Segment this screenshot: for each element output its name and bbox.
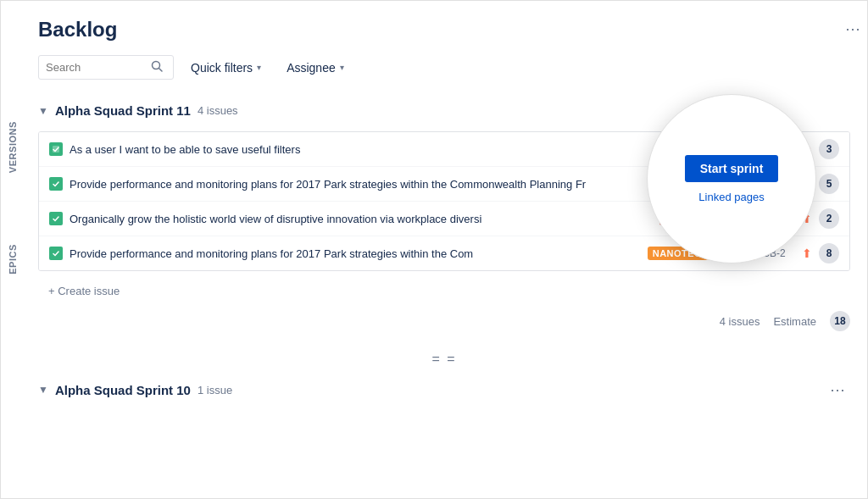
- sprint1-footer-count: 4 issues: [720, 315, 760, 328]
- assignee-chevron: ▾: [340, 63, 344, 72]
- sprint1-toggle[interactable]: ▼: [38, 105, 48, 117]
- estimate-label: Estimate: [773, 315, 816, 328]
- issue-title: Organically grow the holistic world view…: [70, 213, 653, 225]
- left-sidebar: VERSIONS EPICS: [1, 1, 25, 498]
- sprint1-title: Alpha Squad Sprint 11: [55, 103, 191, 118]
- toolbar: Quick filters ▾ Assignee ▾: [38, 55, 850, 80]
- search-icon: [151, 60, 163, 75]
- quick-filters-label: Quick filters: [191, 61, 253, 75]
- story-points: 5: [819, 174, 839, 194]
- story-points: 8: [819, 243, 839, 263]
- sidebar-versions-label[interactable]: VERSIONS: [3, 111, 23, 183]
- sidebar-epics-label[interactable]: EPICS: [3, 234, 23, 285]
- create-issue-row[interactable]: + Create issue: [38, 278, 850, 304]
- page-container: ⋯ VERSIONS EPICS Backlog Quick filters ▾: [0, 0, 868, 499]
- sprint2-more-button[interactable]: ⋯: [825, 377, 850, 402]
- sprint2-toggle[interactable]: ▼: [38, 384, 48, 396]
- search-input[interactable]: [46, 61, 147, 74]
- story-points: 3: [819, 139, 839, 159]
- priority-icon: ⬆: [802, 247, 812, 260]
- sprint2-count: 1 issue: [198, 384, 232, 396]
- spotlight-overlay: Start sprint Linked pages: [647, 94, 816, 263]
- issue-title: As a user I want to be able to save usef…: [70, 143, 657, 156]
- sprint1-footer: 4 issues Estimate 18: [38, 304, 850, 338]
- page-title: Backlog: [38, 18, 850, 42]
- issue-type-icon: [49, 247, 63, 260]
- create-issue-label: + Create issue: [48, 285, 120, 297]
- svg-line-1: [159, 69, 163, 72]
- quick-filters-chevron: ▾: [257, 63, 261, 72]
- issue-type-icon: [49, 177, 63, 191]
- issue-type-icon: [49, 212, 63, 225]
- quick-filters-button[interactable]: Quick filters ▾: [182, 56, 270, 80]
- linked-pages-link[interactable]: Linked pages: [698, 191, 764, 203]
- search-box[interactable]: [38, 55, 174, 80]
- sprint2-header: ▼ Alpha Squad Sprint 10 1 issue ⋯: [38, 370, 850, 409]
- section-divider: = =: [38, 352, 850, 367]
- issue-type-icon: [49, 142, 63, 156]
- sprint1-count: 4 issues: [198, 104, 238, 117]
- assignee-label: Assignee: [287, 61, 336, 75]
- issue-title: Provide performance and monitoring plans…: [70, 247, 641, 260]
- estimate-badge: 18: [830, 311, 850, 331]
- sprint2-title: Alpha Squad Sprint 10: [55, 383, 191, 397]
- start-sprint-button[interactable]: Start sprint: [685, 155, 779, 182]
- assignee-button[interactable]: Assignee ▾: [278, 56, 353, 80]
- story-points: 2: [819, 208, 839, 229]
